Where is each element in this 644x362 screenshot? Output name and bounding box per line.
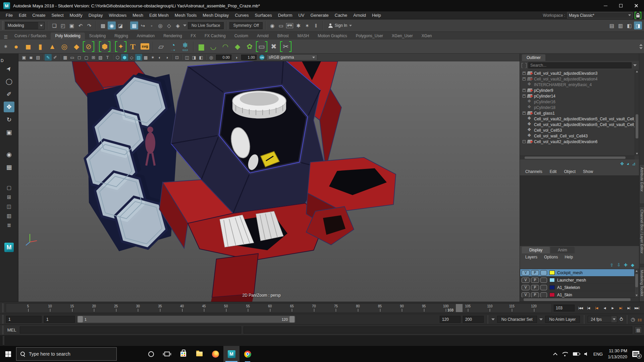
snap-point-icon[interactable]: ◦: [148, 21, 156, 29]
poly-plane-icon[interactable]: ◆: [70, 40, 83, 53]
occlusion-icon[interactable]: ◑: [163, 54, 170, 61]
render-view-icon[interactable]: ◉: [268, 21, 276, 29]
outliner-vertical-scrollbar[interactable]: [635, 70, 639, 156]
shelf-tab[interactable]: Polygons_User: [352, 33, 387, 40]
paint-select-tool-icon[interactable]: ✐: [4, 89, 14, 100]
channel-box-body[interactable]: [520, 176, 639, 246]
shelf-tab[interactable]: Animation: [132, 33, 159, 40]
shelf-tab[interactable]: Rendering: [159, 33, 186, 40]
expand-toggle-icon[interactable]: [523, 112, 526, 115]
fps-select[interactable]: 24 fps: [588, 316, 617, 323]
shelf-tab[interactable]: XGen_User: [387, 33, 417, 40]
layer-editor-tab[interactable]: Display: [522, 247, 550, 253]
surface-valley-icon[interactable]: ◡: [207, 40, 219, 53]
menu-item[interactable]: Mesh: [129, 11, 146, 19]
poly-platonic-icon[interactable]: ⬢: [99, 40, 111, 53]
speed-state-icon[interactable]: ◕: [627, 161, 629, 166]
poly-super-shape-icon[interactable]: ✦: [115, 40, 127, 53]
layout-four-pane-icon[interactable]: ⊞: [4, 193, 14, 201]
outliner-item[interactable]: pCylinder9: [520, 87, 639, 93]
menu-item[interactable]: Mesh Display: [200, 11, 232, 19]
lasso-tool-icon[interactable]: ◯: [4, 76, 14, 87]
playback-start-field[interactable]: 1: [44, 316, 75, 323]
gamma-field[interactable]: 1.00: [241, 55, 257, 60]
layer-playback-toggle[interactable]: P: [531, 278, 539, 283]
layer-color-swatch[interactable]: [549, 293, 555, 297]
poly-cylinder-icon[interactable]: ▮: [34, 40, 46, 53]
image-plane-icon[interactable]: ▧: [97, 54, 104, 61]
step-back-key-button[interactable]: |◀: [593, 304, 600, 312]
chevron-down-icon[interactable]: [183, 24, 186, 26]
sculpt-surface-icon[interactable]: ▆: [195, 40, 207, 53]
viewport-canvas[interactable]: 2D Pan/Zoom : persp: [18, 61, 520, 302]
tab-channel-box-layer-editor[interactable]: Channel Box / Layer Editor: [639, 206, 644, 264]
taskbar-app-cortana[interactable]: [143, 346, 159, 362]
outliner-item[interactable]: Cell_vol_Cell53: [520, 127, 639, 133]
volume-icon[interactable]: [584, 352, 588, 356]
taskbar-app-store[interactable]: [175, 346, 191, 362]
step-forward-key-button[interactable]: ▶|: [617, 304, 625, 312]
start-button[interactable]: [0, 346, 16, 362]
shelf-tab[interactable]: FX: [186, 33, 200, 40]
menu-item[interactable]: File: [3, 11, 16, 19]
close-button[interactable]: [629, 0, 644, 11]
filter-icon[interactable]: [522, 63, 527, 68]
shelf-tab[interactable]: Custom: [230, 33, 253, 40]
toggle-channel-box-icon[interactable]: ◨: [634, 21, 642, 29]
drag-grip[interactable]: [2, 304, 4, 312]
layer-display-type-toggle[interactable]: [540, 278, 547, 283]
create-layer-from-selected-icon[interactable]: ◆: [631, 262, 634, 267]
workspace-lock-icon[interactable]: [635, 12, 641, 19]
menu-item[interactable]: Generate: [308, 11, 332, 19]
construction-plane-icon[interactable]: ▱: [155, 40, 167, 53]
render-view-shortcut-icon[interactable]: ▦: [4, 162, 14, 173]
taskbar-app-file-explorer[interactable]: [191, 346, 207, 362]
outliner-item[interactable]: Cell_glass1: [520, 110, 639, 116]
expand-toggle-icon[interactable]: [523, 77, 526, 80]
sign-in-button[interactable]: Sign In: [326, 23, 355, 28]
field-chart-icon[interactable]: ⊞: [90, 54, 97, 61]
animation-preferences-clock-icon[interactable]: ◷: [631, 316, 635, 322]
layer-editor-menu-item[interactable]: Help: [561, 255, 576, 259]
layer-display-type-toggle[interactable]: [540, 270, 547, 276]
plane-toggle-icon[interactable]: ◧: [198, 54, 205, 61]
expression-timer-icon[interactable]: ◔ ⋯✕: [167, 40, 179, 53]
menu-item[interactable]: Mesh Tools: [172, 11, 200, 19]
make-live-icon[interactable]: ◈: [174, 21, 182, 29]
menu-item[interactable]: UV: [295, 11, 307, 19]
expand-toggle-icon[interactable]: [523, 95, 526, 98]
command-input[interactable]: [20, 326, 241, 334]
pause-viewport-icon[interactable]: ‖: [312, 21, 320, 29]
channel-box-menu-item[interactable]: Channels: [522, 169, 546, 174]
layer-vertical-scrollbar[interactable]: [634, 269, 639, 297]
ipr-render-icon[interactable]: IPR: [286, 21, 294, 29]
layer-editor-menu-item[interactable]: Layers: [522, 255, 541, 259]
exposure-field[interactable]: 0.00: [216, 55, 231, 60]
menu-item[interactable]: Arnold: [350, 11, 369, 19]
playback-end-field[interactable]: 120: [440, 316, 461, 323]
menu-item[interactable]: Curves: [232, 11, 252, 19]
go-to-end-button[interactable]: ▶▶|: [633, 304, 641, 312]
layer-row[interactable]: V P A1_Skin: [520, 291, 634, 298]
auto-keyframe-icon[interactable]: ⚏: [638, 316, 642, 322]
rotate-tool-icon[interactable]: ↻: [4, 114, 14, 125]
outliner-tab[interactable]: Outliner: [522, 54, 545, 61]
animation-start-field[interactable]: 1: [6, 316, 42, 323]
save-scene-icon[interactable]: ▣: [68, 21, 76, 29]
range-end-handle[interactable]: [289, 316, 294, 322]
outliner-item[interactable]: Cell_vol_vault2_adjustedElevation4: [520, 76, 639, 82]
open-scene-icon[interactable]: ◰: [59, 21, 67, 29]
xray-joints-icon[interactable]: ◨: [191, 54, 198, 61]
outliner-item[interactable]: pCylinder18: [520, 105, 639, 110]
tab-modeling-toolkit[interactable]: Modeling Toolkit: [639, 267, 644, 302]
render-settings-icon[interactable]: ✱: [294, 21, 303, 29]
layer-visibility-toggle[interactable]: V: [522, 270, 530, 276]
type-tool-icon[interactable]: T: [127, 40, 139, 53]
play-forwards-button[interactable]: ▶: [609, 304, 616, 312]
range-start-handle[interactable]: [78, 316, 83, 322]
outliner-item[interactable]: pCylinder14: [520, 93, 639, 99]
poly-cube-icon[interactable]: ◼: [22, 40, 34, 53]
create-empty-layer-icon[interactable]: ✚: [624, 262, 628, 267]
lights-icon[interactable]: ✶: [149, 54, 156, 61]
anim-layer-menu-icon[interactable]: [539, 318, 543, 320]
